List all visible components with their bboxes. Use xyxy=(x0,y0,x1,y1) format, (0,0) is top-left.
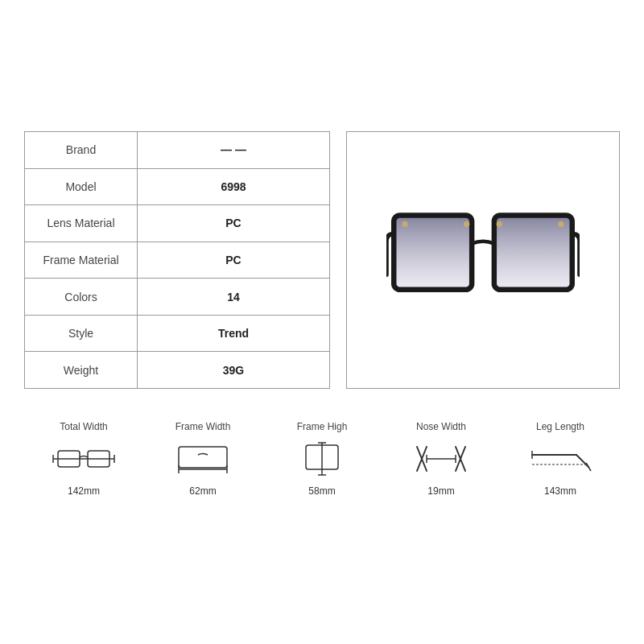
spec-value: PC xyxy=(138,242,330,279)
svg-point-2 xyxy=(402,221,407,227)
dim-value: 58mm xyxy=(308,485,335,497)
svg-point-5 xyxy=(558,221,564,227)
main-container: Brand— —Model6998Lens MaterialPCFrame Ma… xyxy=(24,131,620,513)
dim-item-leg-length: Leg Length 143mm xyxy=(528,421,592,497)
dim-item-frame-high: Frame High 58mm xyxy=(290,421,354,497)
svg-point-3 xyxy=(464,221,469,227)
dim-value: 142mm xyxy=(68,485,100,497)
spec-label: Colors xyxy=(25,279,138,316)
spec-label: Brand xyxy=(25,132,138,169)
frame-width-icon xyxy=(171,439,235,479)
dim-item-total-width: Total Width 142mm xyxy=(52,421,116,497)
spec-value: 6998 xyxy=(138,168,330,205)
spec-value: 39G xyxy=(138,352,330,389)
dim-value: 143mm xyxy=(544,485,576,497)
top-section: Brand— —Model6998Lens MaterialPCFrame Ma… xyxy=(24,131,620,389)
spec-label: Frame Material xyxy=(25,242,138,279)
svg-line-23 xyxy=(576,455,588,467)
spec-value: 14 xyxy=(138,279,330,316)
product-image-box xyxy=(346,131,620,389)
spec-value: Trend xyxy=(138,315,330,352)
dim-label: Frame High xyxy=(297,421,348,432)
total-width-icon xyxy=(52,439,116,479)
dim-item-nose-width: Nose Width 19mm xyxy=(409,421,473,497)
svg-point-4 xyxy=(497,221,502,227)
spec-value: PC xyxy=(138,205,330,242)
spec-label: Model xyxy=(25,168,138,205)
dim-label: Total Width xyxy=(60,421,107,432)
specs-table: Brand— —Model6998Lens MaterialPCFrame Ma… xyxy=(24,131,330,389)
dim-label: Nose Width xyxy=(416,421,466,432)
spec-value: — — xyxy=(138,132,330,169)
dimensions-section: Total Width 142mmFrame Width 62mmFrame H… xyxy=(24,413,620,513)
frame-high-icon xyxy=(290,439,354,479)
sunglasses-image xyxy=(386,200,580,320)
dim-value: 19mm xyxy=(427,485,454,497)
dim-value: 62mm xyxy=(189,485,216,497)
spec-label: Lens Material xyxy=(25,205,138,242)
dim-label: Leg Length xyxy=(536,421,584,432)
svg-rect-14 xyxy=(179,447,227,468)
spec-label: Style xyxy=(25,315,138,352)
spec-label: Weight xyxy=(25,352,138,389)
dim-label: Frame Width xyxy=(175,421,231,432)
nose-width-icon xyxy=(409,439,473,479)
dim-item-frame-width: Frame Width 62mm xyxy=(171,421,235,497)
leg-length-icon xyxy=(528,439,592,479)
